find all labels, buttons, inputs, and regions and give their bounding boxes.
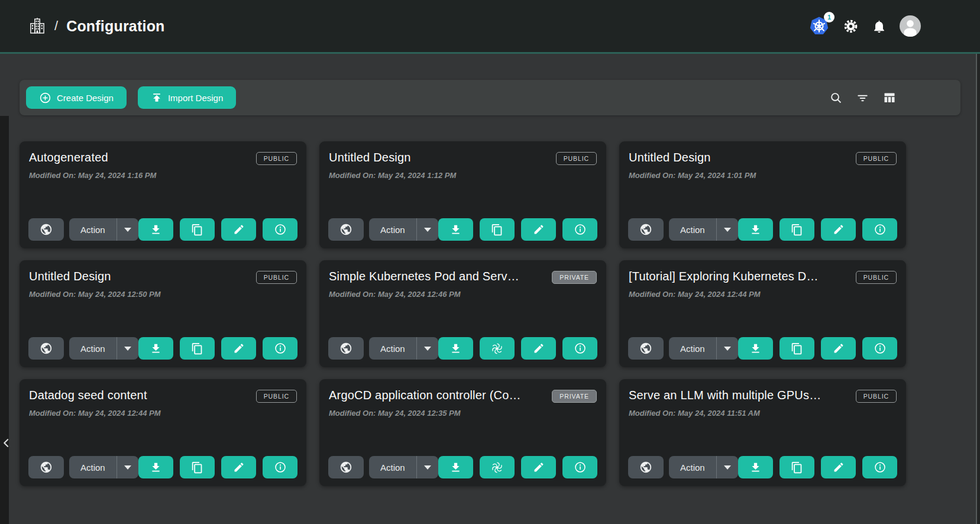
clone-button[interactable] xyxy=(780,456,814,478)
edit-button[interactable] xyxy=(521,337,556,360)
search-icon[interactable] xyxy=(829,91,843,105)
info-button[interactable] xyxy=(562,218,597,241)
download-button[interactable] xyxy=(438,337,473,360)
kubernetes-context-button[interactable]: 1 xyxy=(808,16,830,36)
action-split-button[interactable]: Action xyxy=(369,456,438,478)
filter-icon[interactable] xyxy=(856,91,869,105)
edit-pencil-icon xyxy=(833,342,845,354)
clone-button[interactable] xyxy=(180,218,215,241)
action-button-label[interactable]: Action xyxy=(669,456,716,478)
action-split-button[interactable]: Action xyxy=(369,218,438,241)
download-icon xyxy=(449,461,462,474)
edit-button[interactable] xyxy=(221,218,256,241)
action-split-button[interactable]: Action xyxy=(369,337,438,360)
clone-button[interactable] xyxy=(780,337,814,360)
info-button[interactable] xyxy=(862,337,897,360)
action-button-label[interactable]: Action xyxy=(369,456,416,478)
edit-button[interactable] xyxy=(521,456,556,478)
chevron-down-icon[interactable] xyxy=(717,337,738,360)
chevron-down-icon[interactable] xyxy=(117,456,138,478)
design-source-button[interactable] xyxy=(480,337,515,360)
designs-toolbar: Create Design Import Design xyxy=(20,80,960,115)
clone-button[interactable] xyxy=(180,456,215,478)
visibility-globe-button[interactable] xyxy=(28,456,64,478)
visibility-globe-button[interactable] xyxy=(328,337,364,360)
action-split-button[interactable]: Action xyxy=(669,218,738,241)
action-split-button[interactable]: Action xyxy=(69,456,138,478)
action-button-label[interactable]: Action xyxy=(69,218,117,241)
modified-on-label: Modified On: May 24, 2024 1:16 PM xyxy=(29,171,297,180)
info-button[interactable] xyxy=(263,218,297,241)
import-design-button[interactable]: Import Design xyxy=(138,86,236,109)
visibility-globe-button[interactable] xyxy=(28,218,64,241)
action-split-button[interactable]: Action xyxy=(669,337,738,360)
action-split-button[interactable]: Action xyxy=(69,337,138,360)
edit-button[interactable] xyxy=(221,337,256,360)
action-button-label[interactable]: Action xyxy=(669,218,716,241)
edit-button[interactable] xyxy=(821,337,856,360)
download-button[interactable] xyxy=(138,337,173,360)
modified-on-label: Modified On: May 24, 2024 12:46 PM xyxy=(329,290,597,299)
clone-button[interactable] xyxy=(480,218,515,241)
info-button[interactable] xyxy=(862,218,897,241)
edit-button[interactable] xyxy=(221,456,256,478)
visibility-globe-button[interactable] xyxy=(328,218,364,241)
download-button[interactable] xyxy=(438,218,473,241)
design-card: Untitled Design PUBLIC Modified On: May … xyxy=(319,141,606,248)
modified-on-label: Modified On: May 24, 2024 1:01 PM xyxy=(629,171,897,180)
create-design-button[interactable]: Create Design xyxy=(26,86,127,109)
action-button-label[interactable]: Action xyxy=(369,337,416,360)
action-button-label[interactable]: Action xyxy=(69,337,117,360)
globe-icon xyxy=(339,461,352,474)
chevron-down-icon[interactable] xyxy=(117,337,138,360)
visibility-globe-button[interactable] xyxy=(628,337,664,360)
download-button[interactable] xyxy=(738,337,773,360)
clone-button[interactable] xyxy=(180,337,215,360)
bell-icon[interactable] xyxy=(872,19,887,34)
avatar[interactable] xyxy=(900,15,921,37)
action-split-button[interactable]: Action xyxy=(669,456,738,478)
card-action-row: Action xyxy=(628,456,897,478)
visibility-globe-button[interactable] xyxy=(328,456,364,478)
visibility-badge: PUBLIC xyxy=(256,271,297,284)
download-button[interactable] xyxy=(138,456,173,478)
organization-building-icon[interactable] xyxy=(28,17,46,35)
globe-icon xyxy=(40,342,53,355)
meshery-spiral-icon xyxy=(490,461,504,474)
edit-button[interactable] xyxy=(521,218,556,241)
info-button[interactable] xyxy=(562,337,597,360)
table-view-icon[interactable] xyxy=(882,90,897,105)
design-card: Datadog seed content PUBLIC Modified On:… xyxy=(20,379,306,486)
chevron-down-icon[interactable] xyxy=(717,218,738,241)
design-card: Serve an LLM with multiple GPUs… PUBLIC … xyxy=(619,379,906,486)
chevron-down-icon[interactable] xyxy=(417,337,438,360)
chevron-left-icon[interactable] xyxy=(1,434,14,452)
edit-button[interactable] xyxy=(821,456,856,478)
download-button[interactable] xyxy=(738,456,773,478)
download-button[interactable] xyxy=(438,456,473,478)
edit-button[interactable] xyxy=(821,218,856,241)
visibility-globe-button[interactable] xyxy=(28,337,64,360)
action-button-label[interactable]: Action xyxy=(669,337,716,360)
clone-button[interactable] xyxy=(780,218,814,241)
gear-icon[interactable] xyxy=(843,18,859,34)
chevron-down-icon[interactable] xyxy=(117,218,138,241)
download-button[interactable] xyxy=(138,218,173,241)
chevron-down-icon[interactable] xyxy=(717,456,738,478)
scrollbar[interactable] xyxy=(976,54,980,524)
chevron-down-icon[interactable] xyxy=(417,456,438,478)
visibility-globe-button[interactable] xyxy=(628,218,664,241)
design-card: Simple Kubernetes Pod and Serv… PRIVATE … xyxy=(319,260,606,367)
action-split-button[interactable]: Action xyxy=(69,218,138,241)
action-button-label[interactable]: Action xyxy=(69,456,117,478)
create-design-label: Create Design xyxy=(57,93,114,103)
action-button-label[interactable]: Action xyxy=(369,218,416,241)
info-button[interactable] xyxy=(862,456,897,478)
info-button[interactable] xyxy=(263,337,297,360)
download-button[interactable] xyxy=(738,218,773,241)
design-source-button[interactable] xyxy=(480,456,515,478)
info-button[interactable] xyxy=(562,456,597,478)
info-button[interactable] xyxy=(263,456,297,478)
chevron-down-icon[interactable] xyxy=(417,218,438,241)
visibility-globe-button[interactable] xyxy=(628,456,664,478)
